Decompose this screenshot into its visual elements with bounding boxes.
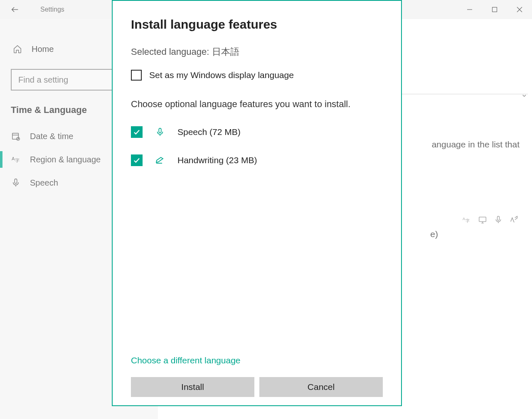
home-icon [12,44,22,54]
language-icon: A 字 [462,215,471,224]
svg-text:字: 字 [15,158,20,163]
chevron-icon: ⌄ [521,89,528,99]
checkbox-checked-icon [131,154,143,166]
minimize-button[interactable] [457,1,482,18]
search-placeholder: Find a setting [18,75,68,85]
svg-rect-15 [479,217,486,222]
install-language-dialog: Install language features Selected langu… [112,0,402,406]
svg-rect-11 [15,179,17,184]
back-button[interactable] [8,3,22,16]
sidebar-item-label: Date & time [30,132,73,141]
svg-text:A: A [463,217,466,221]
partial-text: anguage in the list that [432,140,520,149]
set-display-language-label: Set as my Windows display language [149,70,294,80]
microphone-icon [494,215,503,224]
sidebar-item-label: Region & language [30,155,101,164]
partial-text-2: e) [430,229,438,239]
language-icon: A 字 [11,154,21,164]
handwriting-icon [155,155,165,165]
handwriting-icon [510,215,519,224]
close-button[interactable] [507,1,532,18]
choose-different-language-link[interactable]: Choose a different language [131,355,383,365]
display-icon [478,215,487,224]
language-pack-icons: A 字 [462,215,519,224]
install-button[interactable]: Install [131,377,254,397]
maximize-button[interactable] [482,1,507,18]
svg-rect-1 [493,7,497,12]
instruction-text: Choose optional language features you wa… [131,99,383,110]
svg-rect-4 [12,133,19,140]
svg-text:A: A [12,156,15,161]
dialog-title: Install language features [131,17,383,32]
microphone-icon [11,178,21,188]
set-display-language-checkbox[interactable]: Set as my Windows display language [131,70,383,81]
checkbox-checked-icon [131,126,143,138]
svg-rect-18 [498,216,500,221]
microphone-icon [155,127,165,137]
svg-rect-20 [159,128,161,133]
feature-speech-checkbox[interactable]: Speech (72 MB) [131,126,383,138]
feature-label: Speech (72 MB) [177,127,241,137]
checkbox-unchecked-icon [131,70,142,81]
calendar-icon [11,131,21,141]
feature-label: Handwriting (23 MB) [177,155,257,165]
sidebar-item-label: Speech [30,178,58,188]
cancel-button[interactable]: Cancel [259,377,383,397]
home-label: Home [32,44,54,54]
window-title: Settings [40,6,64,13]
feature-handwriting-checkbox[interactable]: Handwriting (23 MB) [131,154,383,166]
selected-language: Selected language: 日本語 [131,46,383,58]
svg-text:字: 字 [466,218,470,223]
